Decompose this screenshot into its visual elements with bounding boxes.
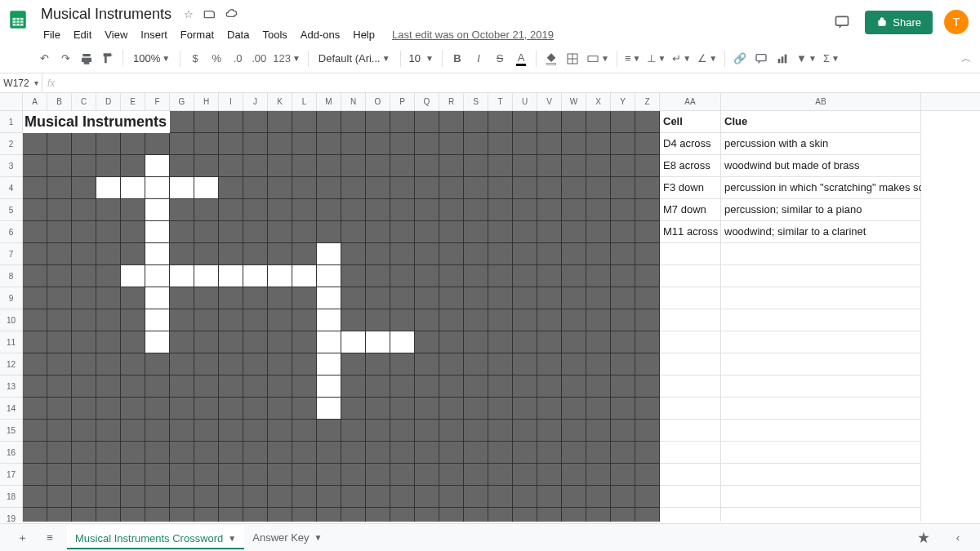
cell-C15[interactable] (72, 420, 96, 442)
cell-G4[interactable] (170, 177, 194, 199)
cell-W4[interactable] (562, 177, 586, 199)
col-header-I[interactable]: I (219, 93, 243, 110)
cell-S12[interactable] (464, 353, 488, 375)
cell-Z15[interactable] (635, 420, 660, 442)
cell-I6[interactable] (219, 221, 243, 243)
cell-AA8[interactable] (660, 265, 721, 287)
cell-S3[interactable] (464, 155, 488, 177)
cell-C16[interactable] (72, 442, 96, 464)
rotate-icon[interactable]: ∠▼ (695, 48, 719, 69)
zoom-select[interactable]: 100%▼ (128, 52, 175, 64)
menu-file[interactable]: File (38, 26, 66, 43)
cell-Q13[interactable] (415, 375, 439, 398)
font-size-select[interactable]: 10▼ (406, 52, 437, 64)
bold-icon[interactable]: B (448, 48, 467, 69)
more-formats-icon[interactable]: 123▼ (270, 48, 303, 69)
cell-O1[interactable] (366, 111, 390, 133)
halign-icon[interactable]: ≡▼ (622, 48, 644, 69)
cell-S2[interactable] (464, 133, 488, 155)
cell-T15[interactable] (488, 420, 513, 442)
cell-T18[interactable] (488, 486, 513, 508)
cell-C8[interactable] (72, 265, 96, 287)
cell-V17[interactable] (537, 464, 562, 486)
cell-L13[interactable] (292, 375, 317, 398)
cell-K3[interactable] (268, 155, 292, 177)
cell-W3[interactable] (562, 155, 586, 177)
merge-icon[interactable]: ▼ (584, 48, 612, 69)
cell-W6[interactable] (562, 221, 586, 243)
cell-N2[interactable] (341, 133, 366, 155)
cell-R11[interactable] (439, 331, 464, 353)
cell-K4[interactable] (268, 177, 292, 199)
cell-AB8[interactable] (721, 265, 921, 287)
cell-W13[interactable] (562, 375, 586, 398)
cell-R3[interactable] (439, 155, 464, 177)
cell-T17[interactable] (488, 464, 513, 486)
cell-U12[interactable] (513, 353, 537, 375)
cell-F5[interactable] (145, 199, 170, 221)
cell-J17[interactable] (243, 464, 268, 486)
cell-A17[interactable] (23, 464, 47, 486)
cell-U17[interactable] (513, 464, 537, 486)
cell-Q10[interactable] (415, 309, 439, 331)
cell-C7[interactable] (72, 243, 96, 265)
cell-O16[interactable] (366, 442, 390, 464)
cell-L2[interactable] (292, 133, 317, 155)
cell-C4[interactable] (72, 177, 96, 199)
select-all-corner[interactable] (0, 93, 23, 110)
cell-Q17[interactable] (415, 464, 439, 486)
cell-R1[interactable] (439, 111, 464, 133)
cell-Z16[interactable] (635, 442, 660, 464)
cell-D17[interactable] (96, 464, 121, 486)
cell-E15[interactable] (121, 420, 145, 442)
cell-N6[interactable] (341, 221, 366, 243)
cell-O18[interactable] (366, 486, 390, 508)
cell-J13[interactable] (243, 375, 268, 398)
cell-C14[interactable] (72, 398, 96, 420)
cell-B2[interactable] (47, 133, 72, 155)
cell-Z12[interactable] (635, 353, 660, 375)
cell-G9[interactable] (170, 287, 194, 309)
cell-F19[interactable] (145, 508, 170, 522)
cell-N1[interactable] (341, 111, 366, 133)
cell-H10[interactable] (194, 309, 219, 331)
cell-R5[interactable] (439, 199, 464, 221)
cell-Q5[interactable] (415, 199, 439, 221)
cell-X15[interactable] (586, 420, 611, 442)
cell-R8[interactable] (439, 265, 464, 287)
cell-M17[interactable] (317, 464, 341, 486)
cell-T5[interactable] (488, 199, 513, 221)
cell-O2[interactable] (366, 133, 390, 155)
cell-I16[interactable] (219, 442, 243, 464)
cell-X5[interactable] (586, 199, 611, 221)
cell-A9[interactable] (23, 287, 47, 309)
cell-U16[interactable] (513, 442, 537, 464)
cell-D18[interactable] (96, 486, 121, 508)
cell-C2[interactable] (72, 133, 96, 155)
cell-O7[interactable] (366, 243, 390, 265)
cell-Y19[interactable] (611, 508, 635, 522)
cell-H15[interactable] (194, 420, 219, 442)
cell-Q6[interactable] (415, 221, 439, 243)
cell-A2[interactable] (23, 133, 47, 155)
cell-A15[interactable] (23, 420, 47, 442)
cell-U9[interactable] (513, 287, 537, 309)
cell-L8[interactable] (292, 265, 317, 287)
cell-E7[interactable] (121, 243, 145, 265)
cell-D3[interactable] (96, 155, 121, 177)
cell-C6[interactable] (72, 221, 96, 243)
doc-title[interactable]: Musical Instruments (38, 5, 175, 24)
cell-A8[interactable] (23, 265, 47, 287)
cell-V12[interactable] (537, 353, 562, 375)
cell-H18[interactable] (194, 486, 219, 508)
cell-U19[interactable] (513, 508, 537, 522)
cell-Z2[interactable] (635, 133, 660, 155)
cell-O4[interactable] (366, 177, 390, 199)
all-sheets-icon[interactable]: ≡ (39, 527, 60, 549)
col-header-E[interactable]: E (121, 93, 145, 110)
cell-L3[interactable] (292, 155, 317, 177)
decrease-decimal-icon[interactable]: .0 (228, 48, 247, 69)
row-header-7[interactable]: 7 (0, 243, 22, 265)
row-header-13[interactable]: 13 (0, 375, 22, 398)
cell-W14[interactable] (562, 398, 586, 420)
